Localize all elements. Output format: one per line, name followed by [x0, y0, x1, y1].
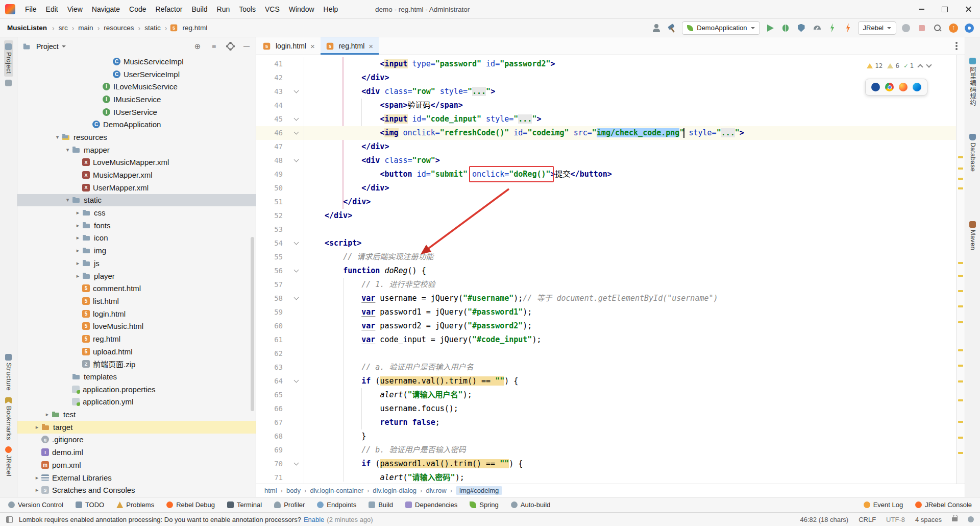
fold-arrow-icon[interactable]: [294, 116, 299, 121]
next-issue-icon[interactable]: [926, 62, 932, 67]
warning-mark[interactable]: [958, 290, 963, 292]
toolwindow-profiler[interactable]: Profiler: [274, 501, 305, 509]
toolwindow-spring[interactable]: Spring: [470, 501, 499, 509]
code-line-45[interactable]: 45 <input id="code_input" style="...">: [256, 112, 956, 126]
tree-arrow-icon[interactable]: ▸: [74, 234, 82, 241]
maximize-icon[interactable]: [933, 0, 957, 18]
tree-item[interactable]: list.html: [17, 295, 256, 307]
enable-link[interactable]: Enable: [304, 516, 324, 523]
breadcrumb-project[interactable]: MusicListen: [5, 23, 49, 33]
code-line-48[interactable]: 48 <div class="row">: [256, 154, 956, 168]
menu-build[interactable]: Build: [187, 3, 212, 15]
tree-item[interactable]: ▾static: [17, 194, 256, 207]
expand-icon[interactable]: [210, 42, 218, 51]
tree-item[interactable]: ▾mapper: [17, 144, 256, 156]
gutter-fold[interactable]: [289, 85, 304, 99]
breadcrumb-body[interactable]: body: [286, 487, 301, 494]
project-scrollbar[interactable]: [251, 237, 254, 411]
toolwindow-endpoints[interactable]: Endpoints: [317, 501, 356, 509]
tree-item[interactable]: comment.html: [17, 282, 256, 295]
gutter-fold[interactable]: [289, 112, 304, 126]
tree-item[interactable]: templates: [17, 370, 256, 383]
tab-options-icon[interactable]: [955, 45, 958, 47]
tree-item[interactable]: demo.iml: [17, 446, 256, 459]
fold-arrow-icon[interactable]: [294, 130, 299, 135]
edge-icon[interactable]: [913, 83, 921, 91]
code-line-44[interactable]: 44 <span>验证码</span>: [256, 99, 956, 112]
tree-arrow-icon[interactable]: ▸: [74, 222, 82, 229]
tree-item[interactable]: reg.html: [17, 332, 256, 345]
stripe-structure[interactable]: Structure: [4, 351, 13, 394]
tree-arrow-icon[interactable]: ▾: [53, 134, 62, 140]
build-hammer-icon[interactable]: [667, 22, 678, 34]
gutter-fold[interactable]: [289, 154, 304, 168]
run-icon[interactable]: [764, 22, 775, 34]
fold-arrow-icon[interactable]: [294, 240, 299, 245]
close-icon[interactable]: [957, 0, 980, 18]
chrome-icon[interactable]: [885, 83, 894, 91]
warning-mark[interactable]: [958, 156, 963, 158]
tree-item[interactable]: IMusicService: [17, 93, 256, 106]
menu-window[interactable]: Window: [284, 3, 319, 15]
toolwindow-build[interactable]: Build: [369, 501, 393, 509]
code-line-68[interactable]: 68 }: [256, 429, 956, 443]
gutter-fold[interactable]: [289, 126, 304, 140]
stop-icon[interactable]: [916, 22, 927, 34]
readonly-lock-icon[interactable]: [952, 517, 958, 521]
prev-issue-icon[interactable]: [917, 64, 923, 69]
warning-mark[interactable]: [958, 321, 963, 323]
ie-icon[interactable]: [871, 83, 880, 91]
tree-arrow-icon[interactable]: ▸: [33, 424, 41, 431]
firefox-icon[interactable]: [899, 83, 908, 91]
profiler-icon[interactable]: [812, 22, 823, 34]
file-encoding[interactable]: UTF-8: [886, 516, 905, 523]
menu-vcs[interactable]: VCS: [260, 3, 284, 15]
fold-arrow-icon[interactable]: [294, 268, 299, 273]
tree-item[interactable]: UserServiceImpl: [17, 68, 256, 81]
toolwindow-todo[interactable]: TODO: [76, 501, 104, 509]
jrebel-select[interactable]: JRebel: [858, 21, 896, 35]
warnings-indicator[interactable]: 12: [867, 59, 883, 73]
tree-arrow-icon[interactable]: ▸: [74, 260, 82, 267]
menu-file[interactable]: File: [20, 3, 41, 15]
code-area[interactable]: 41 <input type="password" id="password2"…: [256, 55, 956, 484]
run-configuration-select[interactable]: DemoApplication: [682, 21, 760, 35]
code-line-49[interactable]: 49 <button id="submit" onclick="doReg()"…: [256, 168, 956, 181]
tree-arrow-icon[interactable]: ▸: [43, 411, 52, 418]
menu-edit[interactable]: Edit: [41, 3, 63, 15]
warning-mark[interactable]: [958, 399, 963, 401]
stripe-database[interactable]: Database: [968, 131, 977, 175]
tree-item[interactable]: ▸img: [17, 244, 256, 257]
tree-item[interactable]: ▸External Libraries: [17, 471, 256, 484]
menu-code[interactable]: Code: [125, 3, 151, 15]
tree-item[interactable]: ▸Scratches and Consoles: [17, 484, 256, 496]
breadcrumb-div-login-dialog[interactable]: div.login-dialog: [373, 487, 416, 494]
tree-item[interactable]: upload.html: [17, 345, 256, 358]
menu-refactor[interactable]: Refactor: [151, 3, 187, 15]
menu-tools[interactable]: Tools: [234, 3, 260, 15]
jrebel-debug-icon[interactable]: [843, 22, 854, 34]
indent-style[interactable]: 4 spaces: [915, 516, 942, 523]
code-with-me-icon[interactable]: [651, 22, 662, 34]
coverage-icon[interactable]: [796, 22, 807, 34]
toolwindow-version-control[interactable]: Version Control: [8, 501, 63, 509]
search-everywhere-icon[interactable]: [932, 22, 943, 34]
tree-item[interactable]: ▸fonts: [17, 219, 256, 232]
tree-item[interactable]: application.yml: [17, 396, 256, 409]
code-line-67[interactable]: 67 return false;: [256, 416, 956, 429]
tree-item[interactable]: MusicServiceImpl: [17, 55, 256, 68]
line-separator[interactable]: CRLF: [859, 516, 876, 523]
code-line-62[interactable]: 62: [256, 347, 956, 361]
tree-arrow-icon[interactable]: ▸: [74, 247, 82, 254]
tree-arrow-icon[interactable]: ▸: [33, 474, 41, 481]
tree-item[interactable]: LoveMusicMapper.xml: [17, 156, 256, 169]
toolwindow-auto-build[interactable]: Auto-build: [511, 501, 551, 509]
code-line-61[interactable]: 61 var code_input = jQuery("#code_input"…: [256, 333, 956, 347]
warning-mark[interactable]: [958, 421, 963, 423]
tree-item[interactable]: ▸player: [17, 270, 256, 282]
tree-item[interactable]: MusicMapper.xml: [17, 169, 256, 181]
code-line-70[interactable]: 70 if (password1.val().trim() == "") {: [256, 457, 956, 471]
tree-item[interactable]: application.properties: [17, 383, 256, 396]
code-line-63[interactable]: 63 // a. 验证用户是否输入用户名: [256, 361, 956, 374]
ok-indicator[interactable]: 1: [904, 59, 914, 73]
